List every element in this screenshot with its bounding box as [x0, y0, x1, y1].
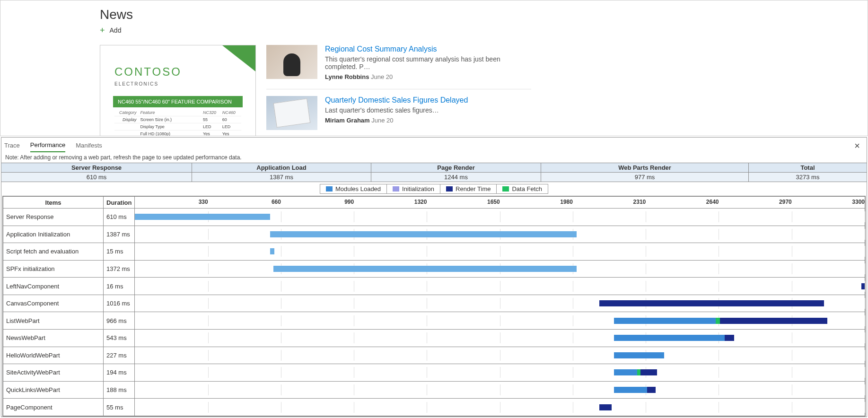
news-item[interactable]: Quarterly Domestic Sales Figures Delayed…	[266, 96, 531, 136]
news-page: News + Add CONTOSO ELECTRONICS NC460 55"…	[0, 0, 868, 136]
news-title: Regional Cost Summary Analysis	[325, 45, 531, 53]
perf-item-bar	[135, 260, 865, 278]
news-summary: This quarter's regional cost summary ana…	[325, 55, 531, 70]
perf-item-bar	[135, 295, 865, 312]
tab-trace[interactable]: Trace	[4, 140, 20, 152]
perf-item-duration: 1387 ms	[104, 226, 135, 243]
perf-item-duration: 16 ms	[104, 278, 135, 295]
perf-item-duration: 966 ms	[104, 312, 135, 330]
perf-item-name: LeftNavComponent	[3, 278, 104, 295]
perf-item-bar	[135, 243, 865, 261]
perf-row: SiteActivityWebPart 194 ms	[3, 364, 865, 382]
perf-item-bar	[135, 364, 865, 382]
perf-item-name: PageComponent	[3, 399, 104, 416]
perf-row: HelloWorldWebPart 227 ms	[3, 347, 865, 364]
legend-item: Render Time	[440, 184, 497, 193]
tab-manifests[interactable]: Manifests	[76, 140, 102, 152]
news-columns: CONTOSO ELECTRONICS NC460 55"/NC460 60" …	[100, 45, 868, 136]
perf-row: ListWebPart 966 ms	[3, 312, 865, 330]
perf-row: Server Response 610 ms	[3, 209, 865, 226]
news-meta: Miriam Graham June 20	[325, 117, 468, 124]
feature-banner: NC460 55"/NC460 60" FEATURE COMPARISON	[113, 96, 243, 107]
news-summary: Last quarter's domestic sales figures…	[325, 106, 468, 114]
perf-item-duration: 1016 ms	[104, 295, 135, 312]
perf-item-bar	[135, 381, 865, 399]
perf-item-duration: 610 ms	[104, 209, 135, 226]
summary-row: Server Response610 msApplication Load138…	[1, 163, 867, 182]
add-label: Add	[110, 26, 122, 34]
perf-row: Script fetch and evaluation 15 ms	[3, 243, 865, 261]
summary-cell: Total3273 ms	[749, 163, 867, 182]
col-head-items: Items	[3, 197, 104, 209]
feature-card[interactable]: CONTOSO ELECTRONICS NC460 55"/NC460 60" …	[100, 45, 256, 136]
summary-cell: Application Load1387 ms	[192, 163, 371, 182]
perf-item-name: Server Response	[3, 209, 104, 226]
perf-item-name: SPFx initialization	[3, 260, 104, 278]
col-head-axis: 3306609901320165019802310264029703300	[135, 197, 865, 209]
perf-row: LeftNavComponent 16 ms	[3, 278, 865, 295]
perf-item-duration: 1372 ms	[104, 260, 135, 278]
feature-subtitle: ELECTRONICS	[114, 81, 241, 87]
tab-performance[interactable]: Performance	[30, 139, 65, 152]
perf-item-duration: 188 ms	[104, 381, 135, 399]
perf-item-name: NewsWebPart	[3, 330, 104, 347]
summary-cell: Web Parts Render977 ms	[541, 163, 749, 182]
news-meta: Lynne Robbins June 20	[325, 73, 531, 80]
perf-item-duration: 194 ms	[104, 364, 135, 382]
dev-note: Note: After adding or removing a web par…	[1, 152, 867, 163]
perf-chart: Items Duration 3306609901320165019802310…	[2, 196, 866, 417]
add-button[interactable]: + Add	[100, 26, 868, 35]
perf-item-bar	[135, 278, 865, 295]
plus-icon: +	[100, 26, 105, 35]
news-item[interactable]: Regional Cost Summary Analysis This quar…	[266, 45, 531, 89]
perf-item-duration: 15 ms	[104, 243, 135, 261]
perf-item-name: QuickLinksWebPart	[3, 381, 104, 399]
dev-panel: TracePerformanceManifests× Note: After a…	[1, 137, 867, 417]
perf-item-name: Script fetch and evaluation	[3, 243, 104, 261]
perf-item-bar	[135, 226, 865, 243]
perf-item-bar	[135, 399, 865, 416]
perf-item-name: Application Initialization	[3, 226, 104, 243]
summary-cell: Server Response610 ms	[1, 163, 192, 182]
news-title: Quarterly Domestic Sales Figures Delayed	[325, 96, 468, 104]
perf-item-bar	[135, 312, 865, 330]
perf-row: QuickLinksWebPart 188 ms	[3, 381, 865, 399]
corner-decoration	[222, 45, 255, 71]
news-thumb	[266, 96, 317, 130]
legend-item: Initialization	[387, 184, 440, 193]
legend-item: Modules Loaded	[320, 184, 387, 193]
news-side-list: Regional Cost Summary Analysis This quar…	[266, 45, 531, 136]
perf-row: Application Initialization 1387 ms	[3, 226, 865, 243]
perf-item-bar	[135, 330, 865, 347]
perf-item-name: ListWebPart	[3, 312, 104, 330]
legend-item: Data Fetch	[497, 184, 548, 193]
dev-tabs: TracePerformanceManifests×	[1, 138, 867, 152]
perf-item-bar	[135, 347, 865, 364]
perf-row: SPFx initialization 1372 ms	[3, 260, 865, 278]
perf-item-duration: 227 ms	[104, 347, 135, 364]
perf-row: CanvasComponent 1016 ms	[3, 295, 865, 312]
perf-item-name: SiteActivityWebPart	[3, 364, 104, 382]
col-head-duration: Duration	[104, 197, 135, 209]
perf-item-duration: 55 ms	[104, 399, 135, 416]
spec-table: Category Feature NC320 NC460 DisplayScre…	[114, 109, 241, 136]
close-icon[interactable]: ×	[850, 140, 864, 151]
summary-cell: Page Render1244 ms	[371, 163, 541, 182]
perf-row: NewsWebPart 543 ms	[3, 330, 865, 347]
perf-row: PageComponent 55 ms	[3, 399, 865, 416]
legend-row: Modules LoadedInitializationRender TimeD…	[1, 184, 867, 194]
news-thumb	[266, 45, 317, 79]
perf-item-name: HelloWorldWebPart	[3, 347, 104, 364]
perf-item-bar	[135, 209, 865, 226]
page-title: News	[100, 7, 868, 22]
perf-item-name: CanvasComponent	[3, 295, 104, 312]
perf-item-duration: 543 ms	[104, 330, 135, 347]
